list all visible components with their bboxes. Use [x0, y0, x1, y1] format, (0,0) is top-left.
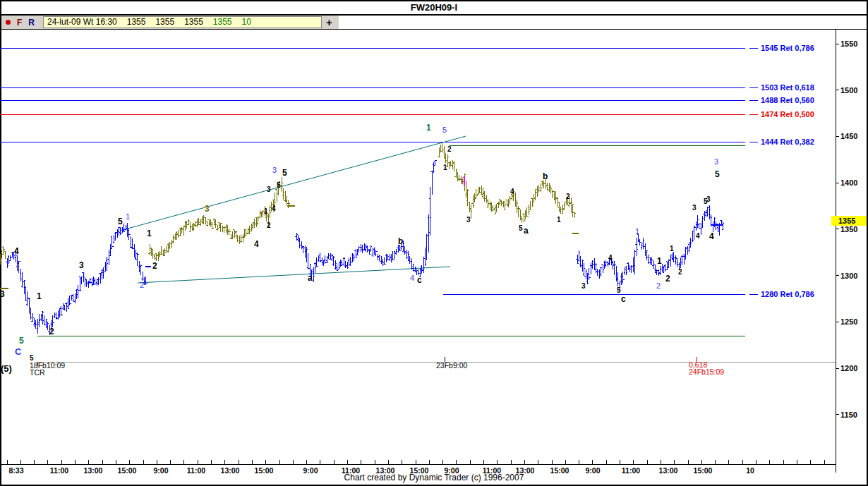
- svg-text:1444 Ret 0,382: 1444 Ret 0,382: [761, 138, 814, 146]
- price-bars-18Fb: [6, 223, 147, 335]
- svg-text:4: 4: [510, 188, 514, 195]
- svg-text:b: b: [543, 171, 548, 181]
- svg-text:C: C: [15, 346, 22, 357]
- price-bars-20Fb: [295, 160, 436, 283]
- copyright-text: Chart created by Dynamic Trader (c) 1996…: [0, 473, 868, 482]
- svg-text:1: 1: [126, 212, 130, 221]
- svg-text:a: a: [524, 226, 529, 236]
- svg-text:1300: 1300: [840, 272, 857, 280]
- wave-labels: 4312351122335142354ab4c1521345ab12345c11…: [0, 123, 720, 374]
- svg-text:1550: 1550: [840, 40, 857, 48]
- svg-text:3: 3: [267, 186, 271, 193]
- svg-text:3: 3: [692, 204, 697, 212]
- support-lines: [37, 145, 745, 336]
- svg-text:1250: 1250: [840, 317, 857, 326]
- svg-text:(5): (5): [1, 363, 12, 374]
- svg-text:5: 5: [118, 217, 123, 226]
- svg-text:1355: 1355: [838, 217, 855, 225]
- svg-text:1503 Ret 0,618: 1503 Ret 0,618: [761, 83, 814, 92]
- svg-text:1280 Ret 0,786: 1280 Ret 0,786: [761, 290, 814, 298]
- svg-text:b: b: [398, 236, 403, 246]
- price-chart[interactable]: 1545 Ret 0,7861503 Ret 0,6181488 Ret 0,5…: [0, 0, 868, 486]
- svg-text:4: 4: [709, 231, 714, 241]
- svg-text:4: 4: [14, 246, 19, 256]
- svg-text:1150: 1150: [840, 411, 857, 419]
- svg-text:c: c: [621, 294, 626, 304]
- svg-text:1500: 1500: [840, 86, 857, 95]
- price-tag: 1355: [831, 216, 867, 226]
- svg-text:1488 Ret 0,560: 1488 Ret 0,560: [761, 96, 814, 104]
- svg-text:1: 1: [264, 207, 268, 215]
- fib-retracement-lines: 1545 Ret 0,7861503 Ret 0,6181488 Ret 0,5…: [0, 44, 814, 298]
- svg-text:5: 5: [277, 181, 281, 189]
- svg-text:1: 1: [37, 291, 42, 301]
- svg-text:1: 1: [635, 227, 639, 236]
- svg-text:TCR: TCR: [30, 368, 45, 377]
- svg-text:3: 3: [79, 260, 84, 270]
- svg-text:c: c: [417, 275, 422, 285]
- svg-text:3: 3: [706, 195, 711, 203]
- svg-text:5: 5: [617, 286, 621, 294]
- svg-text:3: 3: [0, 289, 5, 299]
- svg-text:1545 Ret 0,786: 1545 Ret 0,786: [761, 44, 814, 52]
- svg-text:1474 Ret 0,500: 1474 Ret 0,500: [761, 110, 814, 119]
- svg-text:3: 3: [581, 282, 586, 290]
- svg-text:1: 1: [147, 229, 152, 238]
- svg-text:3: 3: [466, 216, 471, 224]
- svg-text:4: 4: [254, 239, 259, 249]
- svg-text:1: 1: [670, 245, 674, 253]
- svg-text:2: 2: [49, 327, 54, 336]
- svg-text:1450: 1450: [840, 132, 857, 140]
- svg-text:4: 4: [272, 205, 276, 212]
- svg-text:5: 5: [19, 336, 24, 346]
- svg-text:3: 3: [205, 204, 210, 214]
- svg-text:a: a: [308, 273, 313, 283]
- svg-text:5: 5: [519, 224, 523, 232]
- svg-text:2: 2: [140, 281, 144, 289]
- event-axis: 18Fb10:09TCR23Fb9:000,61824Fb15:09: [30, 357, 836, 377]
- svg-text:1: 1: [443, 164, 447, 171]
- svg-text:2: 2: [152, 261, 157, 271]
- svg-text:2: 2: [447, 145, 452, 153]
- svg-text:4: 4: [608, 254, 613, 262]
- svg-text:1: 1: [657, 256, 662, 266]
- svg-text:3: 3: [272, 166, 277, 174]
- svg-text:2: 2: [656, 281, 661, 290]
- svg-text:24Fb15:09: 24Fb15:09: [689, 367, 724, 376]
- svg-text:23Fb9:00: 23Fb9:00: [436, 361, 468, 370]
- svg-text:2: 2: [678, 268, 682, 276]
- svg-text:1400: 1400: [840, 178, 857, 187]
- svg-text:1: 1: [557, 216, 561, 224]
- svg-text:4: 4: [410, 274, 414, 282]
- price-bars-prev: [0, 246, 6, 265]
- price-bars-23Fb: [438, 143, 575, 223]
- app-window: FW20H09-I F R 24-lut-09 Wt 16:3013551355…: [0, 0, 868, 486]
- svg-text:1200: 1200: [840, 364, 857, 372]
- svg-text:3: 3: [714, 157, 718, 166]
- svg-text:2: 2: [665, 274, 670, 284]
- price-bars-24Fb: [576, 205, 724, 291]
- svg-text:5: 5: [30, 354, 34, 362]
- svg-text:4: 4: [696, 232, 700, 240]
- svg-text:1350: 1350: [840, 225, 857, 233]
- svg-text:5: 5: [715, 169, 720, 179]
- svg-text:1: 1: [426, 123, 431, 133]
- price-axis: 155015001450140013501300125012001150: [836, 30, 857, 473]
- svg-text:5: 5: [442, 126, 447, 134]
- svg-text:5: 5: [282, 168, 287, 178]
- trendlines: [120, 136, 466, 283]
- svg-text:2: 2: [267, 221, 271, 229]
- svg-text:2: 2: [566, 193, 570, 200]
